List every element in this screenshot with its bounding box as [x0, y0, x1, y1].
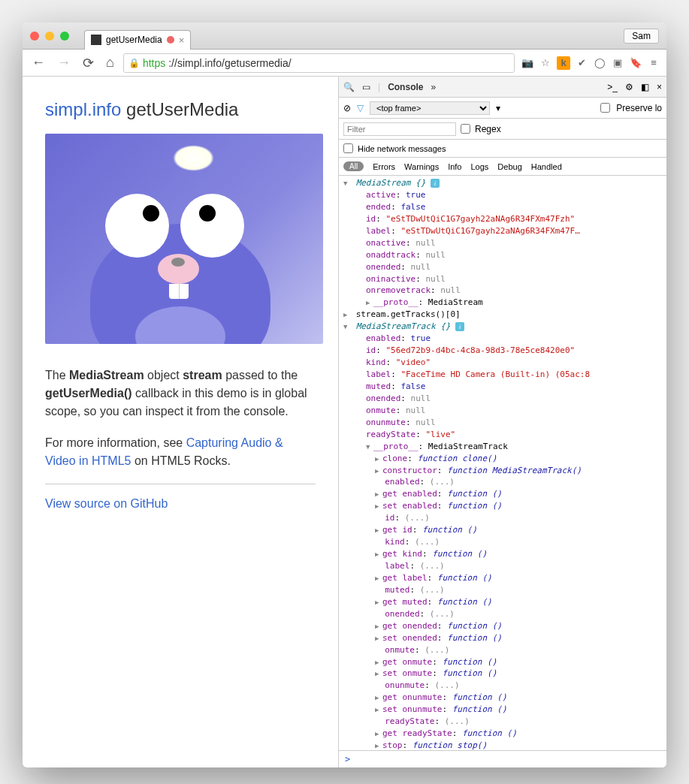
console-prompt[interactable]: > [339, 750, 666, 767]
devtools-panel: 🔍 ▭ | Console » >_ ⚙ ◧ × ⊘ ▽ <top frame>… [338, 77, 666, 767]
close-window-icon[interactable] [30, 32, 39, 41]
frame-select[interactable]: <top frame> [370, 101, 490, 115]
home-button[interactable]: ⌂ [103, 55, 117, 71]
frame-dropdown-icon[interactable]: ▾ [496, 103, 500, 113]
disclosure-icon[interactable] [375, 488, 382, 500]
paragraph-2: For more information, see Capturing Audi… [45, 434, 316, 470]
disclosure-icon[interactable] [375, 572, 382, 584]
menu-icon[interactable]: ≡ [647, 56, 660, 70]
devtools-tabbar: 🔍 ▭ | Console » >_ ⚙ ◧ × [339, 77, 666, 98]
level-all[interactable]: All [343, 161, 364, 171]
disclosure-icon[interactable] [375, 620, 382, 632]
disclosure-icon[interactable] [375, 465, 382, 477]
favicon-icon [91, 35, 101, 45]
disclosure-icon[interactable] [375, 524, 382, 536]
disclosure-icon[interactable] [375, 692, 382, 704]
divider [45, 484, 316, 484]
disclosure-icon[interactable] [375, 728, 382, 740]
level-errors[interactable]: Errors [373, 162, 395, 171]
toolbar-extensions: 📷 ☆ k ✔ ◯ ▣ 🔖 ≡ [521, 56, 660, 70]
preserve-log-checkbox[interactable] [600, 103, 610, 113]
info-icon[interactable]: i [455, 322, 464, 331]
hide-network-row: Hide network messages [339, 140, 666, 158]
regex-label: Regex [475, 124, 501, 134]
close-devtools-icon[interactable]: × [657, 82, 662, 92]
console-toolbar: ⊘ ▽ <top frame> ▾ Preserve lo [339, 98, 666, 119]
disclosure-icon[interactable] [343, 309, 351, 321]
cast-icon[interactable]: ▣ [611, 56, 624, 70]
disclosure-icon[interactable] [375, 453, 382, 465]
gopher-plush-image [83, 179, 278, 344]
disclosure-icon[interactable] [366, 297, 373, 309]
tab-more[interactable]: » [431, 82, 436, 92]
github-link[interactable]: View source on GitHub [45, 497, 168, 510]
content-area: simpl.info getUserMedia The MediaStream … [23, 77, 666, 767]
recording-indicator-icon [167, 36, 174, 44]
disclosure-icon[interactable] [366, 441, 373, 453]
page-title: simpl.info getUserMedia [45, 99, 316, 120]
paragraph-1: The MediaStream object stream passed to … [45, 366, 316, 421]
tab-title: getUserMedia [106, 35, 162, 45]
extension-circle-icon[interactable]: ◯ [593, 56, 606, 70]
profile-button[interactable]: Sam [624, 29, 659, 44]
disclosure-icon[interactable] [375, 596, 382, 608]
camera-indicator-icon[interactable]: 📷 [521, 56, 534, 70]
filter-icon[interactable]: ▽ [357, 103, 364, 113]
titlebar: getUserMedia × Sam [23, 23, 666, 50]
disclosure-icon[interactable] [375, 656, 382, 668]
level-debug[interactable]: Debug [497, 162, 521, 171]
dock-icon[interactable]: ◧ [641, 82, 649, 92]
hide-network-label: Hide network messages [358, 144, 446, 153]
window-controls [30, 32, 69, 41]
disclosure-icon[interactable] [375, 632, 382, 644]
settings-icon[interactable]: ⚙ [625, 82, 633, 92]
forward-button[interactable]: → [54, 55, 74, 71]
console-output[interactable]: MediaStream {} i active: true ended: fal… [339, 176, 666, 750]
back-button[interactable]: ← [29, 55, 48, 71]
disclosure-icon[interactable] [375, 500, 382, 512]
drawer-icon[interactable]: >_ [607, 82, 618, 92]
filter-input[interactable] [343, 122, 456, 136]
inspect-icon[interactable]: 🔍 [343, 82, 355, 92]
maximize-window-icon[interactable] [60, 32, 69, 41]
disclosure-icon[interactable] [375, 704, 382, 716]
extension-k-icon[interactable]: k [557, 56, 570, 70]
browser-window: getUserMedia × Sam ← → ⟳ ⌂ 🔒 https://sim… [23, 23, 666, 767]
video-preview[interactable] [45, 134, 323, 344]
lock-icon: 🔒 [128, 58, 140, 68]
disclosure-icon[interactable] [375, 668, 382, 680]
level-handled[interactable]: Handled [531, 162, 562, 171]
hide-network-checkbox[interactable] [343, 143, 353, 153]
title-link[interactable]: simpl.info [45, 99, 121, 119]
log-levels: All Errors Warnings Info Logs Debug Hand… [339, 158, 666, 176]
webpage: simpl.info getUserMedia The MediaStream … [23, 77, 338, 767]
level-warnings[interactable]: Warnings [404, 162, 439, 171]
minimize-window-icon[interactable] [45, 32, 54, 41]
clear-console-icon[interactable]: ⊘ [343, 103, 351, 113]
level-logs[interactable]: Logs [471, 162, 489, 171]
console-filterbar: Regex [339, 119, 666, 140]
extension-check-icon[interactable]: ✔ [575, 56, 588, 70]
browser-tab[interactable]: getUserMedia × [84, 30, 191, 50]
info-icon[interactable]: i [431, 179, 440, 188]
extension-tag-icon[interactable]: 🔖 [629, 56, 642, 70]
preserve-log-label: Preserve lo [616, 103, 662, 113]
url-scheme: https [143, 57, 165, 69]
regex-checkbox[interactable] [461, 124, 470, 134]
toolbar: ← → ⟳ ⌂ 🔒 https://simpl.info/getusermedi… [23, 50, 666, 77]
disclosure-icon[interactable] [375, 548, 382, 560]
url-bar[interactable]: 🔒 https://simpl.info/getusermedia/ [123, 53, 515, 73]
title-rest: getUserMedia [121, 99, 238, 119]
device-icon[interactable]: ▭ [362, 82, 370, 92]
tab-close-icon[interactable]: × [179, 35, 185, 46]
disclosure-icon[interactable] [343, 177, 351, 189]
divider: | [378, 82, 380, 92]
bookmark-icon[interactable]: ☆ [539, 56, 552, 70]
level-info[interactable]: Info [448, 162, 461, 171]
url-path: ://simpl.info/getusermedia/ [168, 57, 291, 69]
tab-console[interactable]: Console [388, 82, 423, 92]
disclosure-icon[interactable] [375, 740, 382, 750]
reload-button[interactable]: ⟳ [80, 55, 97, 71]
disclosure-icon[interactable] [343, 321, 351, 333]
